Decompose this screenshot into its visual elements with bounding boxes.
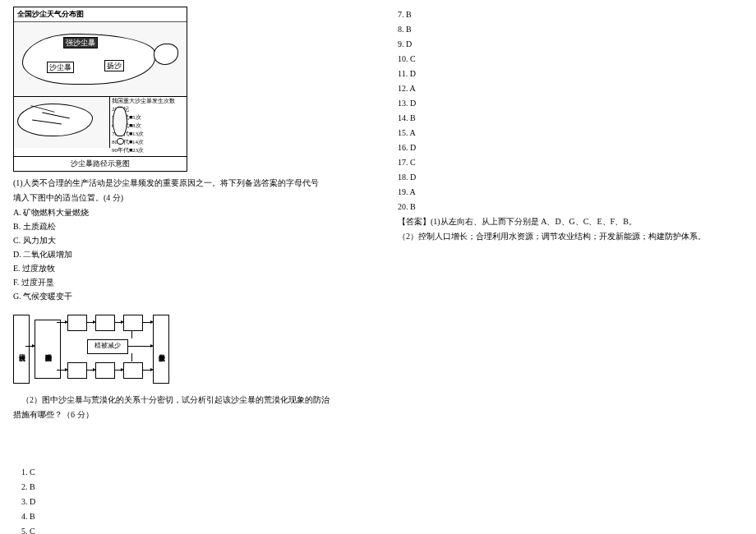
q1-opt-g: G. 气候变暖变干 <box>13 290 358 303</box>
answer-item: 14. B <box>398 112 743 125</box>
answer-item: 7. B <box>398 8 743 21</box>
stats-row: 90年代■23次 <box>112 146 185 154</box>
answer-item: 12. A <box>398 82 743 95</box>
q1-opt-d: D. 二氧化碳增加 <box>13 248 358 261</box>
answer-item: 19. A <box>398 186 743 199</box>
map-label-raise: 扬沙 <box>104 60 124 71</box>
diagram-center: 植被减少 <box>87 339 128 354</box>
q1-stem-a: (1)人类不合理的生产活动是沙尘暴频发的重要原因之一。将下列备选答案的字母代号 <box>13 177 358 190</box>
map-small-left <box>14 97 110 148</box>
q2-stem-a: （2）图中沙尘暴与荒漠化的关系十分密切，试分析引起该沙尘暴的荒漠化现象的防治 <box>13 394 358 407</box>
diagram-right: 沙尘暴频繁发生 <box>153 315 169 384</box>
q1-opt-c: C. 风力加大 <box>13 234 358 247</box>
diagram-blank-3 <box>123 315 143 331</box>
q1-stem-b: 填入下图中的适当位置。(4 分) <box>13 191 358 205</box>
diagram-blank-6 <box>123 362 143 379</box>
answer-item: 2. B <box>13 481 358 494</box>
diagram-blank-2 <box>95 315 115 331</box>
map-label-strong: 强沙尘暴 <box>63 37 98 48</box>
figure-map: 全国沙尘天气分布图 强沙尘暴 沙尘暴 扬沙 我国重大沙尘暴发生次数 <box>13 7 187 172</box>
diagram-blank-1 <box>67 315 87 331</box>
answer-item: 20. B <box>398 200 743 214</box>
q1-opt-f: F. 过度开垦 <box>13 276 358 289</box>
q1-opt-a: A. 矿物燃料大量燃烧 <box>13 206 358 219</box>
answer-item: 17. C <box>398 156 743 169</box>
figure-title: 全国沙尘天气分布图 <box>14 7 187 22</box>
answer-item: 11. D <box>398 67 743 81</box>
answer-item: 9. D <box>398 38 743 51</box>
q1-opt-b: B. 土质疏松 <box>13 220 358 233</box>
flow-diagram: 人口增长过快 人类不合理的生产活动 植被减少 沙尘暴频繁发生 <box>13 311 177 384</box>
answer-item: 3. D <box>13 495 358 509</box>
answer-free-2: （2）控制人口增长；合理利用水资源；调节农业结构；开发新能源；构建防护体系。 <box>398 230 743 243</box>
answer-item: 1. C <box>13 466 358 479</box>
map-label-dust: 沙尘暴 <box>47 62 74 73</box>
diagram-blank-5 <box>95 362 115 379</box>
answer-item: 13. D <box>398 97 743 110</box>
diagram-left: 人口增长过快 <box>13 315 30 384</box>
answer-item: 18. D <box>398 171 743 184</box>
stats-header: 我国重大沙尘暴发生次数 <box>112 99 185 105</box>
answer-item: 15. A <box>398 127 743 140</box>
answer-item: 16. D <box>398 141 743 154</box>
answer-item: 4. B <box>13 510 358 523</box>
answer-item: 5. C <box>13 525 358 534</box>
figure-caption: 沙尘暴路径示意图 <box>14 156 187 171</box>
answer-free-1: 【答案】(1)从左向右、从上而下分别是 A、D、G、C、E、F、B。 <box>398 215 743 228</box>
map-main: 强沙尘暴 沙尘暴 扬沙 <box>14 22 187 96</box>
q2-stem-b: 措施有哪些？（6 分） <box>13 408 358 421</box>
q1-opt-e: E. 过度放牧 <box>13 262 358 275</box>
answer-item: 8. B <box>398 23 743 36</box>
answer-item: 10. C <box>398 53 743 66</box>
map-small-row: 我国重大沙尘暴发生次数 20世纪 50年代■5次 60年代■8次 70年代■13… <box>14 96 187 156</box>
diagram-blank-4 <box>67 362 87 379</box>
